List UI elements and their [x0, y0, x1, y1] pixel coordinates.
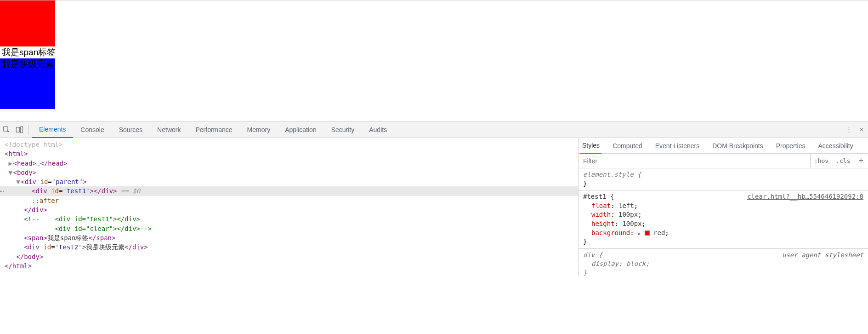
color-swatch[interactable] — [645, 230, 650, 236]
tab-network[interactable]: Network — [150, 121, 188, 138]
styles-rules[interactable]: element.style { } #test1 { clear.html?__… — [579, 168, 868, 276]
styles-panel: Styles Computed Event Listeners DOM Brea… — [579, 138, 868, 276]
device-toolbar-icon[interactable] — [13, 121, 26, 138]
source-link[interactable]: clear.html?__hb…554646192092:8 — [747, 192, 863, 202]
cls-toggle[interactable]: .cls — [832, 157, 854, 164]
separator — [28, 125, 29, 135]
svg-rect-1 — [16, 127, 20, 132]
svg-rect-2 — [20, 127, 23, 133]
blue-box: 我是块级元素 — [0, 58, 55, 109]
selected-element-row[interactable]: ⋯ <div id="test1"></div> == $0 — [0, 186, 578, 196]
devtools: Elements Console Sources Network Perform… — [0, 121, 868, 276]
inspect-element-icon[interactable] — [0, 121, 13, 138]
tab-elements[interactable]: Elements — [32, 121, 73, 138]
hov-toggle[interactable]: :hov — [811, 157, 832, 164]
styles-tab-bar: Styles Computed Event Listeners DOM Brea… — [579, 138, 868, 154]
tab-accessibility[interactable]: Accessibility — [817, 138, 855, 154]
tab-application[interactable]: Application — [278, 121, 324, 138]
tab-dom-breakpoints[interactable]: DOM Breakpoints — [710, 138, 765, 154]
tab-event-listeners[interactable]: Event Listeners — [653, 138, 702, 154]
close-icon[interactable]: × — [855, 121, 868, 138]
tab-security[interactable]: Security — [324, 121, 362, 138]
new-style-rule-button[interactable]: + — [854, 156, 868, 166]
tab-properties[interactable]: Properties — [774, 138, 807, 154]
tab-console[interactable]: Console — [73, 121, 111, 138]
elements-tree[interactable]: <!doctype html> <html> ▶<head>…</head> ▼… — [0, 138, 579, 276]
kebab-menu-icon[interactable]: ⋮ — [842, 121, 855, 138]
ua-stylesheet-label: user agent stylesheet — [782, 251, 863, 260]
tab-computed[interactable]: Computed — [611, 138, 644, 154]
rule-element-style[interactable]: element.style { } — [579, 168, 868, 190]
tab-audits[interactable]: Audits — [362, 121, 394, 138]
rule-div-ua[interactable]: div { user agent stylesheet display: blo… — [579, 249, 868, 276]
rule-test1[interactable]: #test1 { clear.html?__hb…554646192092:8 … — [579, 190, 868, 249]
tab-performance[interactable]: Performance — [188, 121, 239, 138]
span-element: 我是span标签 — [0, 46, 868, 58]
devtools-tab-bar: Elements Console Sources Network Perform… — [0, 121, 868, 138]
red-box — [0, 0, 55, 46]
tab-sources[interactable]: Sources — [112, 121, 150, 138]
tab-styles[interactable]: Styles — [580, 138, 601, 154]
styles-filter-row: :hov .cls + — [579, 154, 868, 168]
page-preview: 我是span标签 我是块级元素 — [0, 0, 868, 121]
styles-filter-input[interactable] — [579, 154, 811, 168]
tab-memory[interactable]: Memory — [240, 121, 278, 138]
